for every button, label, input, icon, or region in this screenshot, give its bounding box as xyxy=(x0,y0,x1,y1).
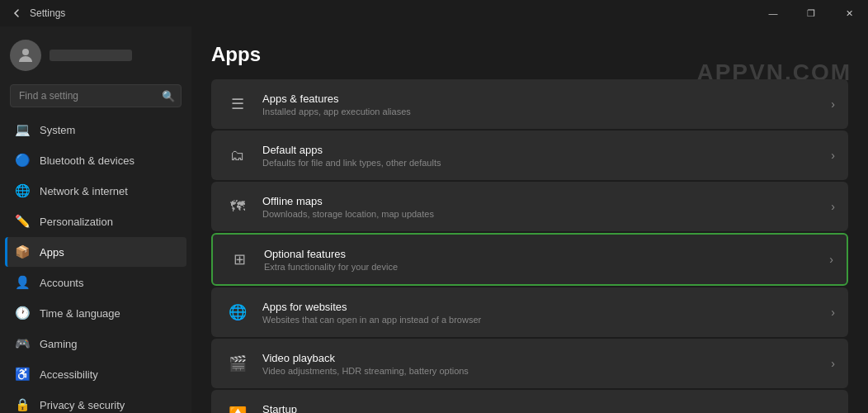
search-input[interactable] xyxy=(10,84,182,107)
optional-features-chevron: › xyxy=(829,253,833,266)
content-area: APPVN.COM Apps ☰ Apps & features Install… xyxy=(191,26,868,413)
main-layout: 🔍 💻 System 🔵 Bluetooth & devices 🌐 Netwo… xyxy=(0,26,868,413)
startup-text: Startup Apps that start automatically wh… xyxy=(262,403,824,414)
system-icon: 💻 xyxy=(15,122,30,137)
titlebar-left: Settings xyxy=(10,7,65,20)
startup-icon: ⏫ xyxy=(224,401,251,413)
settings-item-startup[interactable]: ⏫ Startup Apps that start automatically … xyxy=(211,390,848,413)
video-playback-subtitle: Video adjustments, HDR streaming, batter… xyxy=(262,366,824,376)
sidebar-item-accessibility[interactable]: ♿ Accessibility xyxy=(5,359,186,389)
sidebar-item-gaming[interactable]: 🎮 Gaming xyxy=(5,329,186,358)
apps-features-title: Apps & features xyxy=(262,93,824,105)
offline-maps-icon: 🗺 xyxy=(224,193,251,220)
minimize-button[interactable]: — xyxy=(754,0,792,26)
sidebar-item-bluetooth[interactable]: 🔵 Bluetooth & devices xyxy=(5,145,186,175)
apps-icon: 📦 xyxy=(15,244,30,259)
sidebar-item-label: Time & language xyxy=(40,307,120,320)
network-icon: 🌐 xyxy=(15,183,30,198)
gaming-icon: 🎮 xyxy=(15,336,30,351)
titlebar: Settings — ❐ ✕ xyxy=(0,0,868,26)
search-box[interactable]: 🔍 xyxy=(10,84,182,107)
back-button[interactable] xyxy=(10,7,23,20)
nav-list: 💻 System 🔵 Bluetooth & devices 🌐 Network… xyxy=(0,114,191,413)
sidebar-item-label: Personalization xyxy=(40,216,113,228)
offline-maps-text: Offline maps Downloads, storage location… xyxy=(262,195,824,219)
startup-title: Startup xyxy=(262,403,824,414)
apps-websites-subtitle: Websites that can open in an app instead… xyxy=(262,315,824,325)
sidebar-item-label: Accounts xyxy=(40,277,83,289)
svg-point-0 xyxy=(22,49,29,55)
apps-websites-title: Apps for websites xyxy=(262,301,824,313)
search-icon: 🔍 xyxy=(162,90,175,102)
sidebar-item-label: Privacy & security xyxy=(40,399,125,411)
default-apps-subtitle: Defaults for file and link types, other … xyxy=(262,158,824,168)
window-controls: — ❐ ✕ xyxy=(754,0,868,26)
apps-websites-text: Apps for websites Websites that can open… xyxy=(262,301,824,325)
apps-features-subtitle: Installed apps, app execution aliases xyxy=(262,107,824,116)
apps-websites-icon: 🌐 xyxy=(224,299,251,325)
window-title: Settings xyxy=(30,7,65,19)
accounts-icon: 👤 xyxy=(15,275,30,290)
sidebar-item-privacy[interactable]: 🔒 Privacy & security xyxy=(5,390,186,413)
close-button[interactable]: ✕ xyxy=(830,0,868,26)
offline-maps-chevron: › xyxy=(831,200,835,213)
default-apps-title: Default apps xyxy=(262,144,824,156)
offline-maps-subtitle: Downloads, storage location, map updates xyxy=(262,209,824,219)
startup-chevron: › xyxy=(831,408,835,413)
apps-websites-chevron: › xyxy=(831,306,835,319)
apps-features-chevron: › xyxy=(831,97,835,111)
offline-maps-title: Offline maps xyxy=(262,195,824,207)
restore-button[interactable]: ❐ xyxy=(792,0,830,26)
personalization-icon: ✏️ xyxy=(15,214,30,229)
settings-list: ☰ Apps & features Installed apps, app ex… xyxy=(211,79,848,413)
sidebar-item-label: Bluetooth & devices xyxy=(40,154,134,167)
sidebar-item-label: Apps xyxy=(40,246,64,259)
sidebar-item-label: Network & internet xyxy=(40,185,128,197)
settings-item-default-apps[interactable]: 🗂 Default apps Defaults for file and lin… xyxy=(211,131,848,180)
avatar xyxy=(10,40,41,71)
settings-item-offline-maps[interactable]: 🗺 Offline maps Downloads, storage locati… xyxy=(211,182,848,231)
accessibility-icon: ♿ xyxy=(15,367,30,382)
settings-item-optional-features[interactable]: ⊞ Optional features Extra functionality … xyxy=(211,233,848,286)
sidebar-item-label: System xyxy=(40,124,75,136)
page-title: Apps xyxy=(211,43,848,66)
bluetooth-icon: 🔵 xyxy=(15,153,30,168)
apps-features-text: Apps & features Installed apps, app exec… xyxy=(262,93,824,116)
apps-features-icon: ☰ xyxy=(224,91,251,117)
profile-name xyxy=(50,50,132,61)
sidebar-item-network[interactable]: 🌐 Network & internet xyxy=(5,176,186,206)
video-playback-icon: 🎬 xyxy=(224,350,251,377)
sidebar-item-accounts[interactable]: 👤 Accounts xyxy=(5,268,186,297)
default-apps-chevron: › xyxy=(831,149,835,162)
optional-features-text: Optional features Extra functionality fo… xyxy=(264,248,823,272)
sidebar-item-label: Accessibility xyxy=(40,368,98,381)
video-playback-title: Video playback xyxy=(262,352,824,364)
video-playback-text: Video playback Video adjustments, HDR st… xyxy=(262,352,824,376)
privacy-icon: 🔒 xyxy=(15,397,30,412)
optional-features-icon: ⊞ xyxy=(226,246,252,273)
default-apps-icon: 🗂 xyxy=(224,142,251,169)
time-icon: 🕐 xyxy=(15,306,30,320)
optional-features-subtitle: Extra functionality for your device xyxy=(264,262,823,272)
optional-features-title: Optional features xyxy=(264,248,823,260)
default-apps-text: Default apps Defaults for file and link … xyxy=(262,144,824,168)
video-playback-chevron: › xyxy=(831,357,835,370)
sidebar-item-personalization[interactable]: ✏️ Personalization xyxy=(5,206,186,236)
settings-item-apps-features[interactable]: ☰ Apps & features Installed apps, app ex… xyxy=(211,79,848,129)
sidebar-item-label: Gaming xyxy=(40,338,78,350)
sidebar-item-system[interactable]: 💻 System xyxy=(5,115,186,145)
sidebar: 🔍 💻 System 🔵 Bluetooth & devices 🌐 Netwo… xyxy=(0,26,191,413)
settings-item-video-playback[interactable]: 🎬 Video playback Video adjustments, HDR … xyxy=(211,339,848,388)
settings-item-apps-websites[interactable]: 🌐 Apps for websites Websites that can op… xyxy=(211,287,848,337)
sidebar-item-apps[interactable]: 📦 Apps xyxy=(5,237,186,267)
sidebar-item-time[interactable]: 🕐 Time & language xyxy=(5,298,186,328)
profile-section[interactable] xyxy=(0,33,191,81)
